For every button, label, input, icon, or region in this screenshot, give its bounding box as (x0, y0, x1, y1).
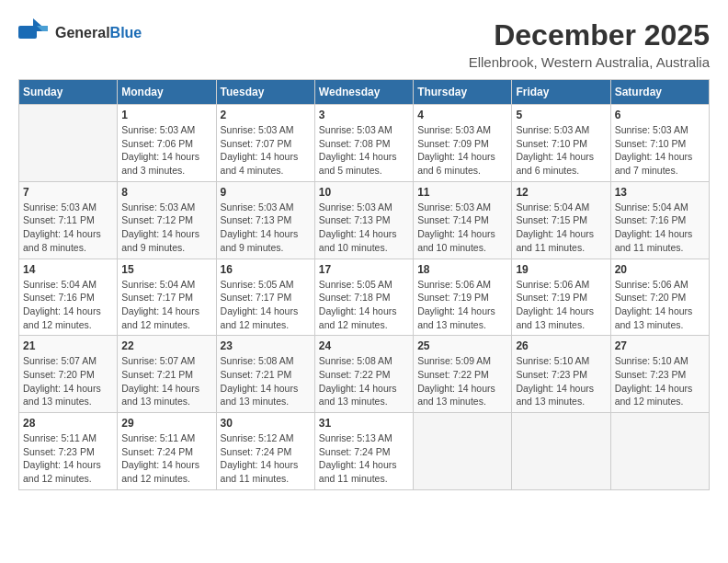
calendar-cell: 28Sunrise: 5:11 AMSunset: 7:23 PMDayligh… (19, 413, 118, 490)
calendar-cell: 15Sunrise: 5:04 AMSunset: 7:17 PMDayligh… (118, 259, 216, 336)
logo-blue-text: Blue (110, 25, 142, 40)
day-info: Sunrise: 5:12 AMSunset: 7:24 PMDaylight:… (221, 432, 299, 484)
day-number: 4 (417, 109, 507, 121)
calendar-cell: 29Sunrise: 5:11 AMSunset: 7:24 PMDayligh… (118, 413, 216, 490)
day-number: 8 (121, 186, 211, 199)
calendar-cell: 27Sunrise: 5:10 AMSunset: 7:23 PMDayligh… (610, 336, 709, 413)
calendar-cell: 19Sunrise: 5:06 AMSunset: 7:19 PMDayligh… (512, 259, 610, 336)
day-info: Sunrise: 5:11 AMSunset: 7:24 PMDaylight:… (121, 432, 199, 484)
day-info: Sunrise: 5:03 AMSunset: 7:13 PMDaylight:… (221, 201, 299, 253)
day-info: Sunrise: 5:03 AMSunset: 7:11 PMDaylight:… (23, 201, 101, 253)
calendar-cell: 22Sunrise: 5:07 AMSunset: 7:21 PMDayligh… (118, 336, 216, 413)
calendar-cell: 14Sunrise: 5:04 AMSunset: 7:16 PMDayligh… (19, 259, 118, 336)
day-number: 7 (23, 186, 113, 199)
day-info: Sunrise: 5:06 AMSunset: 7:20 PMDaylight:… (615, 279, 693, 330)
day-number: 22 (121, 339, 211, 352)
page-header: GeneralBlue December 2025 Ellenbrook, We… (18, 18, 710, 70)
calendar-cell: 31Sunrise: 5:13 AMSunset: 7:24 PMDayligh… (314, 413, 413, 490)
day-number: 24 (319, 339, 409, 352)
calendar-cell: 13Sunrise: 5:04 AMSunset: 7:16 PMDayligh… (610, 181, 709, 259)
day-info: Sunrise: 5:05 AMSunset: 7:17 PMDaylight:… (221, 279, 299, 330)
day-number: 30 (221, 417, 311, 430)
day-number: 26 (516, 339, 606, 352)
day-info: Sunrise: 5:03 AMSunset: 7:14 PMDaylight:… (417, 201, 495, 253)
day-info: Sunrise: 5:04 AMSunset: 7:16 PMDaylight:… (23, 279, 101, 330)
logo-icon (18, 18, 48, 44)
calendar-cell (19, 105, 118, 182)
day-number: 19 (516, 263, 606, 276)
day-info: Sunrise: 5:03 AMSunset: 7:07 PMDaylight:… (221, 124, 299, 176)
day-info: Sunrise: 5:08 AMSunset: 7:21 PMDaylight:… (221, 355, 299, 407)
day-info: Sunrise: 5:08 AMSunset: 7:22 PMDaylight:… (319, 355, 397, 407)
subtitle: Ellenbrook, Western Australia, Australia (469, 54, 710, 70)
day-info: Sunrise: 5:04 AMSunset: 7:15 PMDaylight:… (516, 201, 594, 253)
calendar-cell: 8Sunrise: 5:03 AMSunset: 7:12 PMDaylight… (118, 181, 216, 259)
day-number: 9 (221, 186, 311, 199)
day-number: 20 (615, 263, 705, 276)
calendar-cell: 25Sunrise: 5:09 AMSunset: 7:22 PMDayligh… (414, 336, 512, 413)
calendar-cell: 10Sunrise: 5:03 AMSunset: 7:13 PMDayligh… (314, 181, 413, 259)
day-info: Sunrise: 5:03 AMSunset: 7:08 PMDaylight:… (319, 124, 397, 176)
day-number: 25 (417, 339, 507, 352)
calendar-cell: 2Sunrise: 5:03 AMSunset: 7:07 PMDaylight… (216, 105, 314, 182)
header-cell-saturday: Saturday (610, 80, 709, 105)
day-info: Sunrise: 5:03 AMSunset: 7:10 PMDaylight:… (615, 124, 693, 176)
calendar-cell: 24Sunrise: 5:08 AMSunset: 7:22 PMDayligh… (314, 336, 413, 413)
calendar-cell: 7Sunrise: 5:03 AMSunset: 7:11 PMDaylight… (19, 181, 118, 259)
day-number: 29 (121, 417, 211, 430)
calendar-cell: 11Sunrise: 5:03 AMSunset: 7:14 PMDayligh… (414, 181, 512, 259)
calendar-cell: 23Sunrise: 5:08 AMSunset: 7:21 PMDayligh… (216, 336, 314, 413)
title-block: December 2025 Ellenbrook, Western Austra… (469, 18, 710, 70)
calendar-cell (610, 413, 709, 490)
calendar-week-3: 14Sunrise: 5:04 AMSunset: 7:16 PMDayligh… (19, 259, 710, 336)
day-info: Sunrise: 5:11 AMSunset: 7:23 PMDaylight:… (23, 432, 101, 484)
day-number: 5 (516, 109, 606, 121)
day-info: Sunrise: 5:10 AMSunset: 7:23 PMDaylight:… (516, 355, 594, 407)
logo: GeneralBlue (18, 18, 142, 48)
day-info: Sunrise: 5:10 AMSunset: 7:23 PMDaylight:… (615, 355, 693, 407)
calendar-table: SundayMondayTuesdayWednesdayThursdayFrid… (18, 79, 710, 490)
day-info: Sunrise: 5:06 AMSunset: 7:19 PMDaylight:… (417, 279, 495, 330)
day-number: 23 (221, 339, 311, 352)
calendar-cell: 5Sunrise: 5:03 AMSunset: 7:10 PMDaylight… (512, 105, 610, 182)
day-info: Sunrise: 5:05 AMSunset: 7:18 PMDaylight:… (319, 279, 397, 330)
calendar-cell: 30Sunrise: 5:12 AMSunset: 7:24 PMDayligh… (216, 413, 314, 490)
header-cell-wednesday: Wednesday (314, 80, 413, 105)
calendar-cell: 9Sunrise: 5:03 AMSunset: 7:13 PMDaylight… (216, 181, 314, 259)
calendar-week-4: 21Sunrise: 5:07 AMSunset: 7:20 PMDayligh… (19, 336, 710, 413)
day-number: 18 (417, 263, 507, 276)
calendar-cell: 16Sunrise: 5:05 AMSunset: 7:17 PMDayligh… (216, 259, 314, 336)
day-number: 12 (516, 186, 606, 199)
day-number: 10 (319, 186, 409, 199)
day-info: Sunrise: 5:07 AMSunset: 7:21 PMDaylight:… (121, 355, 199, 407)
logo-general-text: General (55, 25, 110, 40)
day-number: 21 (23, 339, 113, 352)
day-info: Sunrise: 5:09 AMSunset: 7:22 PMDaylight:… (417, 355, 495, 407)
calendar-cell: 12Sunrise: 5:04 AMSunset: 7:15 PMDayligh… (512, 181, 610, 259)
day-number: 16 (221, 263, 311, 276)
calendar-cell: 21Sunrise: 5:07 AMSunset: 7:20 PMDayligh… (19, 336, 118, 413)
day-info: Sunrise: 5:04 AMSunset: 7:16 PMDaylight:… (615, 201, 693, 253)
calendar-cell: 3Sunrise: 5:03 AMSunset: 7:08 PMDaylight… (314, 105, 413, 182)
day-number: 31 (319, 417, 409, 430)
header-cell-thursday: Thursday (414, 80, 512, 105)
day-number: 14 (23, 263, 113, 276)
day-number: 6 (615, 109, 705, 121)
calendar-week-1: 1Sunrise: 5:03 AMSunset: 7:06 PMDaylight… (19, 105, 710, 182)
day-info: Sunrise: 5:04 AMSunset: 7:17 PMDaylight:… (121, 279, 199, 330)
day-number: 13 (615, 186, 705, 199)
day-info: Sunrise: 5:03 AMSunset: 7:13 PMDaylight:… (319, 201, 397, 253)
calendar-header: SundayMondayTuesdayWednesdayThursdayFrid… (19, 80, 710, 105)
calendar-cell: 6Sunrise: 5:03 AMSunset: 7:10 PMDaylight… (610, 105, 709, 182)
calendar-cell: 20Sunrise: 5:06 AMSunset: 7:20 PMDayligh… (610, 259, 709, 336)
main-title: December 2025 (469, 18, 710, 52)
calendar-cell: 4Sunrise: 5:03 AMSunset: 7:09 PMDaylight… (414, 105, 512, 182)
day-info: Sunrise: 5:13 AMSunset: 7:24 PMDaylight:… (319, 432, 397, 484)
day-info: Sunrise: 5:06 AMSunset: 7:19 PMDaylight:… (516, 279, 594, 330)
header-cell-friday: Friday (512, 80, 610, 105)
day-number: 11 (417, 186, 507, 199)
day-number: 15 (121, 263, 211, 276)
calendar-body: 1Sunrise: 5:03 AMSunset: 7:06 PMDaylight… (19, 105, 710, 490)
day-info: Sunrise: 5:03 AMSunset: 7:09 PMDaylight:… (417, 124, 495, 176)
header-cell-monday: Monday (118, 80, 216, 105)
